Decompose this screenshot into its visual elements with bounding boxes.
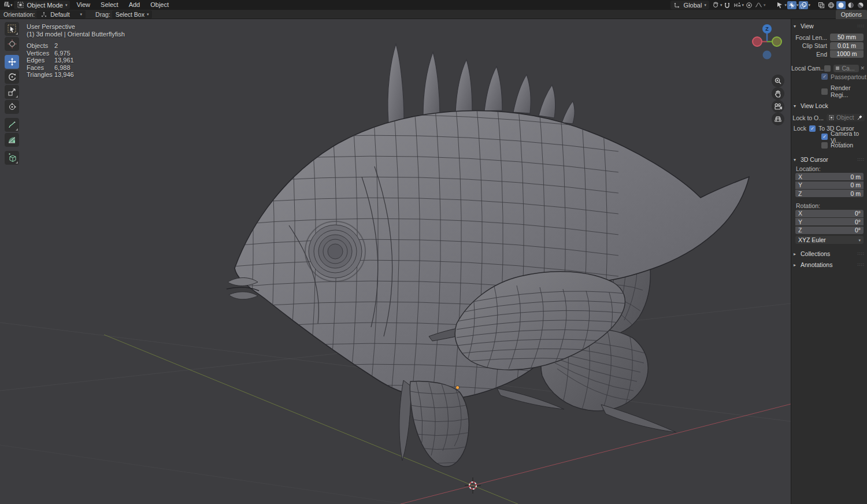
collapse-chevron-icon: ▾ — [794, 103, 801, 109]
visibility-chevron[interactable]: ▾ — [784, 3, 787, 7]
tool-transform[interactable] — [5, 100, 19, 114]
to-3d-cursor-checkbox[interactable]: ✓ — [809, 125, 816, 132]
panel-grip-icon[interactable]: ∷∷ — [858, 251, 865, 257]
object-mode-icon — [17, 1, 25, 9]
snap-chevron[interactable]: ▾ — [742, 3, 744, 7]
zoom-view-button[interactable] — [772, 75, 784, 87]
tool-rotate[interactable] — [5, 70, 19, 84]
pan-view-button[interactable] — [772, 87, 784, 100]
collapse-chevron-icon: ▾ — [794, 24, 801, 29]
pivot-point-button[interactable] — [711, 1, 720, 9]
menu-select[interactable]: Select — [95, 0, 124, 10]
editor-type-icon[interactable] — [2, 1, 10, 9]
object-type-visibility-button[interactable] — [775, 1, 784, 9]
euler-mode-dropdown[interactable]: XYZ Euler ▾ — [795, 236, 864, 244]
shading-wireframe-button[interactable] — [827, 1, 836, 9]
proportional-falloff-button[interactable] — [754, 1, 764, 9]
overlays-chevron[interactable]: ▾ — [808, 3, 810, 7]
options-button[interactable]: Options — [836, 10, 867, 19]
3d-cursor — [465, 477, 481, 494]
tool-scale[interactable] — [5, 85, 19, 99]
focal-length-label: Focal Len... — [791, 34, 830, 41]
panel-header-view[interactable]: ▾ View ∷∷ — [791, 21, 867, 31]
tool-move[interactable] — [5, 55, 19, 69]
svg-text:Z: Z — [765, 26, 769, 32]
shading-rendered-button[interactable] — [856, 1, 865, 9]
panel-header-3d-cursor[interactable]: ▾ 3D Cursor ∷∷ — [791, 155, 867, 164]
tool-measure[interactable] — [5, 133, 19, 147]
fish-body — [225, 87, 749, 431]
viewport-info-overlay: User Perspective (1) 3d model | Oriental… — [27, 23, 125, 79]
snap-magnet-button[interactable] — [722, 1, 732, 9]
editor-type-chevron[interactable]: ▾ — [10, 3, 13, 7]
render-region-label: Render Regi... — [831, 84, 867, 98]
menu-object[interactable]: Object — [145, 0, 174, 10]
menu-view[interactable]: View — [71, 0, 95, 10]
scene-info: (1) 3d model | Oriental Butterflyfish — [27, 31, 125, 38]
camera-clear-icon[interactable]: ✕ — [860, 65, 867, 71]
tool-annotate[interactable] — [5, 118, 19, 132]
proportional-editing-button[interactable] — [744, 1, 754, 9]
render-region-checkbox[interactable] — [821, 88, 828, 95]
show-gizmos-toggle[interactable] — [787, 1, 796, 9]
gizmos-chevron[interactable]: ▾ — [796, 3, 799, 7]
lock-rotation-checkbox[interactable] — [821, 142, 828, 149]
panel-grip-icon[interactable]: ∷∷ — [858, 157, 865, 162]
cursor-rotation-y[interactable]: Y0° — [795, 218, 864, 225]
pivot-chevron[interactable]: ▾ — [720, 3, 722, 7]
panel-grip-icon[interactable]: ∷∷ — [858, 262, 865, 268]
pelvic-fin — [399, 380, 470, 466]
mode-select[interactable]: Object Mode▾ — [14, 1, 71, 9]
camera-object-field[interactable]: Ca... — [833, 65, 859, 72]
orientation-select[interactable]: Default▾ — [36, 10, 86, 18]
cursor-rotation-z[interactable]: Z0° — [795, 227, 864, 234]
clip-end-field[interactable]: 1000 m — [830, 50, 864, 58]
panel-header-annotations[interactable]: ▸ Annotations ∷∷ — [791, 260, 867, 269]
clip-end-label: End — [791, 51, 830, 58]
snap-target-button[interactable] — [732, 1, 742, 9]
toggle-xray-button[interactable] — [817, 1, 826, 9]
local-camera-checkbox[interactable] — [824, 65, 831, 72]
panel-header-view-lock[interactable]: ▾ View Lock — [791, 101, 867, 110]
fish-model[interactable] — [220, 35, 775, 474]
orientation-label: Orientation: — [3, 11, 35, 18]
cursor-location-x[interactable]: X0 m — [795, 173, 864, 180]
cursor-location-z[interactable]: Z0 m — [795, 190, 864, 197]
toggle-perspective-button[interactable] — [772, 113, 784, 125]
cursor-location-label: Location: — [791, 164, 867, 172]
camera-to-view-checkbox[interactable]: ✓ — [821, 134, 828, 140]
eyedropper-icon[interactable] — [857, 115, 862, 120]
falloff-chevron[interactable]: ▾ — [764, 3, 766, 7]
shading-material-button[interactable] — [846, 1, 855, 9]
custom-orientation-icon — [40, 10, 48, 18]
menu-add[interactable]: Add — [124, 0, 146, 10]
cursor-rotation-x[interactable]: X0° — [795, 210, 864, 217]
lock-label: Lock — [791, 125, 809, 132]
tool-add-cube[interactable] — [5, 151, 19, 165]
lock-object-field[interactable]: Object — [827, 114, 865, 121]
show-overlays-toggle[interactable] — [799, 1, 808, 9]
orientation-axes-icon — [673, 1, 681, 9]
sidebar-n-panel: ▾ View ∷∷ Focal Len... 50 mm Clip Start … — [791, 19, 867, 504]
tool-cursor[interactable] — [5, 37, 19, 51]
lock-rotation-label: Rotation — [831, 142, 853, 149]
clip-start-label: Clip Start — [791, 42, 830, 49]
clip-start-field[interactable]: 0.01 m — [830, 42, 864, 50]
panel-header-collections[interactable]: ▸ Collections ∷∷ — [791, 249, 867, 258]
camera-view-button[interactable] — [772, 100, 784, 113]
shading-solid-button[interactable] — [836, 1, 846, 9]
tool-select-box[interactable] — [5, 22, 19, 36]
object-origin-dot — [456, 386, 459, 389]
local-camera-label: Local Cam... — [791, 65, 824, 72]
cursor-location-y[interactable]: Y0 m — [795, 181, 864, 189]
transform-orientation-select[interactable]: Global▾ — [670, 1, 709, 9]
viewport-header: ▾ Object Mode▾ View Select Add Object Gl… — [0, 0, 867, 10]
panel-grip-icon[interactable]: ∷∷ — [858, 24, 865, 29]
passepartout-checkbox[interactable]: ✓ — [821, 73, 828, 80]
navigation-gizmo[interactable]: Z — [751, 22, 783, 60]
scene-statistics: Objects2 Vertices6,975 Edges13,961 Faces… — [27, 42, 125, 79]
drag-select[interactable]: Select Box▾ — [112, 10, 153, 18]
3d-viewport[interactable]: User Perspective (1) 3d model | Oriental… — [0, 19, 791, 504]
focal-length-field[interactable]: 50 mm — [830, 34, 864, 41]
gizmo-x-axis — [753, 37, 762, 46]
